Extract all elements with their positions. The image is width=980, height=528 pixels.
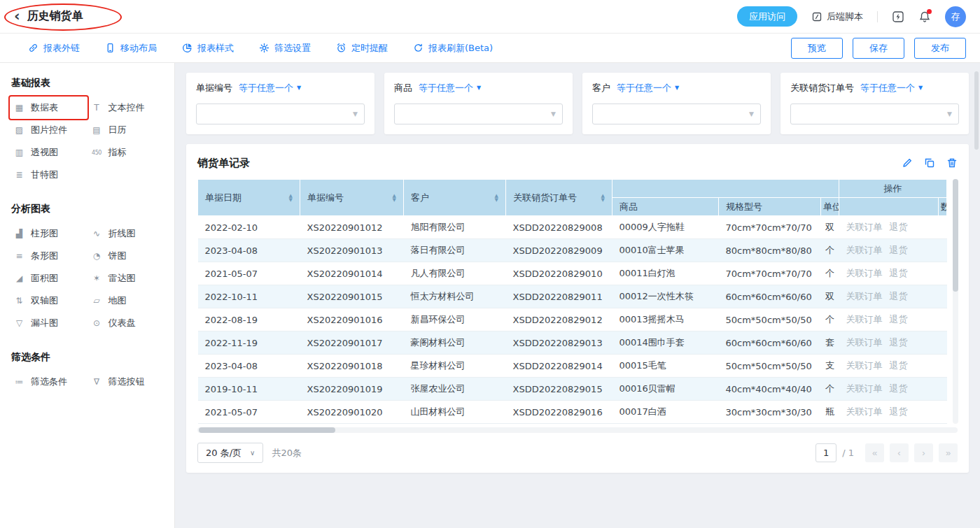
chevron-down-icon: ▼ [353, 110, 358, 117]
prev-page-button[interactable]: ‹ [890, 443, 909, 462]
backend-script-button[interactable]: 后端脚本 [811, 10, 863, 23]
sidebar-item-面积图[interactable]: ◢面积图 [10, 267, 88, 290]
sidebar-item-筛选条件[interactable]: ≔筛选条件 [10, 371, 88, 393]
filter-operator[interactable]: 等于任意一个▼ [860, 82, 923, 94]
action-link-退货[interactable]: 退货 [890, 360, 908, 371]
action-link-关联订单[interactable]: 关联订单 [846, 222, 883, 232]
action-link-关联订单[interactable]: 关联订单 [846, 360, 883, 371]
page-size-select[interactable]: 20 条/页 ∨ [197, 443, 263, 463]
sidebar-item-日历[interactable]: ▤日历 [88, 119, 165, 141]
vertical-scrollbar[interactable] [953, 179, 958, 424]
action-link-退货[interactable]: 退货 [890, 222, 908, 232]
sidebar-item-柱形图[interactable]: ▟柱形图 [10, 222, 88, 245]
next-page-button[interactable]: › [914, 443, 933, 462]
cell: 00015毛笔 [612, 355, 719, 378]
column-header-单据编号[interactable]: 单据编号▲▼ [300, 180, 404, 216]
horizontal-scrollbar-thumb[interactable] [199, 427, 335, 433]
sidebar-item-折线图[interactable]: ∿折线图 [88, 222, 165, 245]
toolbar-items: 报表外链移动布局报表样式筛选设置定时提醒报表刷新(Beta) [28, 42, 493, 55]
action-link-关联订单[interactable]: 关联订单 [846, 291, 883, 301]
copy-icon[interactable] [924, 157, 935, 169]
cell: 00009人字拖鞋 [612, 216, 719, 239]
sidebar-item-甘特图[interactable]: ≣甘特图 [10, 164, 88, 186]
sidebar-item-label: 漏斗图 [31, 317, 58, 329]
column-header-规格型号[interactable]: 规格型号 [719, 198, 821, 216]
toolbar-item-报表样式[interactable]: 报表样式 [182, 42, 234, 55]
first-page-button[interactable]: « [865, 443, 884, 462]
cell: 星珍材料公司 [404, 355, 506, 378]
sidebar-item-饼图[interactable]: ◔饼图 [88, 245, 165, 267]
filter-value-select[interactable]: ▼ [592, 104, 761, 124]
edit-icon[interactable] [902, 157, 913, 169]
sidebar-item-透视图[interactable]: ▥透视图 [10, 141, 88, 164]
publish-button[interactable]: 发布 [914, 38, 966, 59]
action-link-关联订单[interactable]: 关联订单 [846, 245, 883, 255]
action-link-退货[interactable]: 退货 [890, 406, 908, 417]
filter-value-select[interactable]: ▼ [196, 104, 365, 124]
action-link-关联订单[interactable]: 关联订单 [846, 383, 883, 394]
filter-value-select[interactable]: ▼ [394, 104, 563, 124]
save-button[interactable]: 保存 [853, 38, 904, 59]
plugin-icon[interactable] [892, 10, 904, 23]
action-link-关联订单[interactable]: 关联订单 [846, 268, 883, 278]
filter-operator[interactable]: 等于任意一个▼ [617, 82, 679, 94]
sidebar-item-筛选按钮[interactable]: ∇筛选按钮 [88, 371, 165, 393]
column-header-单据日期[interactable]: 单据日期▲▼ [198, 180, 300, 216]
last-page-button[interactable]: » [939, 443, 958, 462]
sidebar-item-漏斗图[interactable]: ▽漏斗图 [10, 312, 88, 334]
sidebar-item-数据表[interactable]: ▦数据表 [10, 97, 88, 119]
sidebar-item-地图[interactable]: ▱地图 [88, 290, 165, 312]
action-link-退货[interactable]: 退货 [890, 268, 908, 278]
filter-operator[interactable]: 等于任意一个▼ [239, 82, 301, 94]
column-header-关联销货订单号[interactable]: 关联销货订单号▲▼ [506, 180, 612, 216]
sidebar-item-label: 透视图 [31, 146, 58, 159]
back-button[interactable]: ‹ [14, 9, 20, 24]
action-link-退货[interactable]: 退货 [890, 245, 908, 255]
filter-operator[interactable]: 等于任意一个▼ [419, 82, 481, 94]
cell: 双 [821, 285, 839, 308]
notification-bell-icon[interactable] [918, 10, 931, 23]
sidebar-item-仪表盘[interactable]: ⊙仪表盘 [88, 312, 165, 334]
page-scrollbar-thumb[interactable] [974, 71, 979, 150]
sidebar-item-文本控件[interactable]: T文本控件 [88, 97, 165, 119]
app-access-button[interactable]: 应用访问 [737, 6, 797, 27]
vertical-scrollbar-thumb[interactable] [953, 179, 958, 292]
toolbar-item-报表刷新(Beta)[interactable]: 报表刷新(Beta) [413, 42, 493, 55]
action-link-退货[interactable]: 退货 [890, 337, 908, 348]
action-link-关联订单[interactable]: 关联订单 [846, 406, 883, 417]
sidebar-item-label: 筛选条件 [31, 376, 67, 388]
sidebar-item-指标[interactable]: 450指标 [88, 141, 165, 164]
action-link-关联订单[interactable]: 关联订单 [846, 314, 883, 324]
toolbar-item-筛选设置[interactable]: 筛选设置 [259, 42, 311, 55]
sort-icon[interactable]: ▲▼ [495, 194, 498, 202]
toolbar-item-定时提醒[interactable]: 定时提醒 [336, 42, 388, 55]
action-link-关联订单[interactable]: 关联订单 [846, 337, 883, 348]
toolbar-item-移动布局[interactable]: 移动布局 [105, 42, 157, 55]
雷达图-icon: ✶ [91, 273, 103, 283]
action-link-退货[interactable]: 退货 [890, 383, 908, 394]
column-header-客户[interactable]: 客户▲▼ [404, 180, 506, 216]
current-page-input[interactable]: 1 [816, 443, 836, 462]
preview-button[interactable]: 预览 [791, 38, 843, 59]
sidebar-item-雷达图[interactable]: ✶雷达图 [88, 267, 165, 290]
column-header-商品[interactable]: 商品 [612, 198, 719, 216]
toolbar-item-报表外链[interactable]: 报表外链 [28, 42, 80, 55]
sort-icon[interactable]: ▲▼ [289, 194, 293, 202]
delete-icon[interactable] [946, 157, 958, 169]
sidebar-item-双轴图[interactable]: ⇅双轴图 [10, 290, 88, 312]
cell-actions: 关联订单退货 [839, 401, 939, 424]
cell: XSDD20220829013 [506, 331, 612, 355]
filter-value-select[interactable]: ▼ [790, 104, 959, 124]
horizontal-scrollbar[interactable] [197, 427, 958, 433]
sidebar-item-条形图[interactable]: ≡条形图 [10, 245, 88, 267]
action-link-退货[interactable]: 退货 [890, 314, 908, 324]
sort-icon[interactable]: ▲▼ [393, 194, 396, 202]
sort-icon[interactable]: ▲▼ [601, 194, 605, 202]
avatar[interactable]: 存 [945, 6, 966, 27]
柱形图-icon: ▟ [13, 229, 25, 238]
script-icon [811, 11, 822, 22]
cell: 张屋农业公司 [404, 378, 506, 401]
sidebar-item-图片控件[interactable]: ▨图片控件 [10, 119, 88, 141]
column-header-单位[interactable]: 单位 [821, 198, 839, 216]
action-link-退货[interactable]: 退货 [890, 291, 908, 301]
